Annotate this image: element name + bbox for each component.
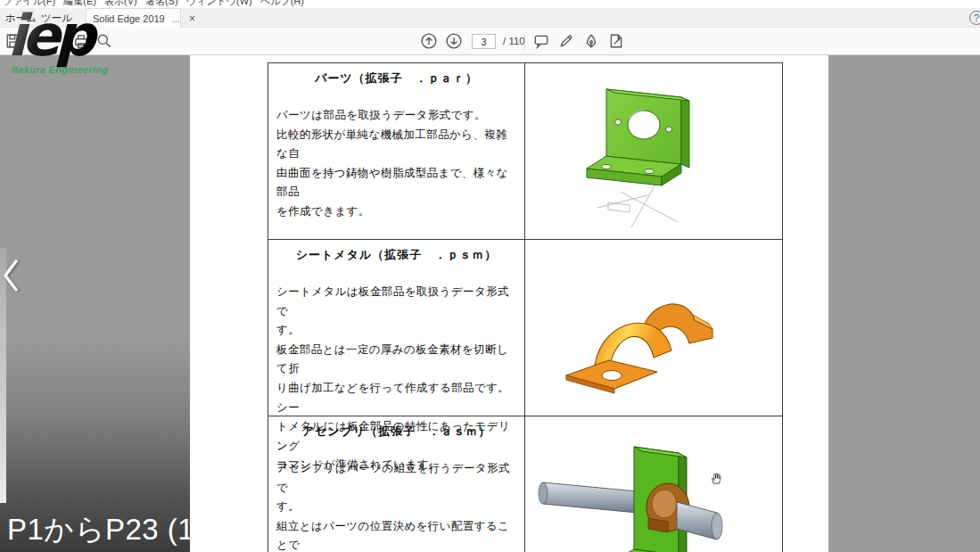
part-description: パーツは部品を取扱うデータ形式です。 比較的形状が単純な機械加工部品から、複雑な… bbox=[276, 106, 516, 222]
assembly-image-cell bbox=[525, 416, 782, 552]
pdf-page: パーツ（拡張子 ．ｐａｒ） パーツは部品を取扱うデータ形式です。 比較的形状が単… bbox=[190, 55, 828, 552]
assembly-preview-image bbox=[534, 424, 726, 552]
screen: { "menu_bar": { "items": ["ファイル(F)", "編集… bbox=[0, 0, 980, 552]
send-sign-document-icon[interactable] bbox=[608, 33, 624, 49]
fill-sign-icon[interactable] bbox=[583, 33, 599, 49]
tab-overflow: ... bbox=[172, 13, 180, 24]
page-number-input[interactable] bbox=[472, 34, 496, 49]
sheetmetal-header: シートメタル（拡張子 ．ｐｓｍ） bbox=[276, 247, 516, 263]
tab-bar: ホーム ツール Solid Edge 2019 ... × ? bbox=[0, 8, 980, 28]
logo-text: iep bbox=[7, 4, 132, 68]
part-header: パーツ（拡張子 ．ｐａｒ） bbox=[276, 70, 516, 87]
tab-close-icon[interactable]: × bbox=[189, 12, 195, 25]
pdf-viewport[interactable]: パーツ（拡張子 ．ｐａｒ） パーツは部品を取扱うデータ形式です。 比較的形状が単… bbox=[0, 55, 980, 552]
part-preview-image bbox=[565, 78, 730, 236]
toolbar: / 110 bbox=[0, 28, 980, 55]
hand-tool-cursor-icon bbox=[709, 472, 722, 485]
menu-bar[interactable]: ファイル(F) 編集(E) 表示(V) 署名(S) ウィンドウ(W) ヘルプ(H… bbox=[0, 0, 980, 8]
next-page-icon[interactable] bbox=[446, 33, 462, 49]
previous-page-icon[interactable] bbox=[421, 33, 437, 49]
help-icon[interactable]: ? bbox=[969, 11, 980, 25]
table-row-sheetmetal: シートメタル（拡張子 ．ｐｓｍ） シートメタルは板金部品を取扱うデータ形式で す… bbox=[268, 239, 782, 416]
video-caption: P1からP23 (1) bbox=[7, 510, 205, 550]
assembly-header: アセンブリ（拡張子 ．ａｓｍ） bbox=[276, 424, 516, 440]
sheetmetal-preview-image bbox=[552, 261, 721, 404]
toolbar-divider bbox=[524, 33, 525, 50]
filetype-table: パーツ（拡張子 ．ｐａｒ） パーツは部品を取扱うデータ形式です。 比較的形状が単… bbox=[268, 62, 783, 552]
page-total: / 110 bbox=[503, 36, 525, 46]
publisher-logo: iep Itakura Engineering bbox=[7, 4, 132, 75]
part-image-cell bbox=[525, 63, 782, 239]
logo-subtitle: Itakura Engineering bbox=[7, 64, 132, 75]
table-row-assembly: アセンブリ（拡張子 ．ａｓｍ） アセンブリはパーツの組立を行うデータ形式で す。… bbox=[268, 416, 782, 552]
previous-page-chevron[interactable] bbox=[2, 259, 21, 292]
assembly-description: アセンブリはパーツの組立を行うデータ形式で す。 組立とはパーツの位置決めを行い… bbox=[276, 459, 516, 552]
comment-icon[interactable] bbox=[533, 33, 549, 49]
table-row-part: パーツ（拡張子 ．ｐａｒ） パーツは部品を取扱うデータ形式です。 比較的形状が単… bbox=[268, 63, 782, 239]
highlight-pencil-icon[interactable] bbox=[558, 33, 574, 49]
